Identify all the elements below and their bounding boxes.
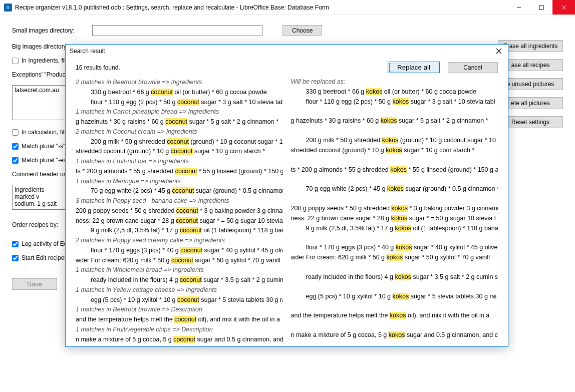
result-line: flour * 110 g egg (2 pcs) * 50 g coconut… (76, 98, 283, 107)
result-line: 200 g milk * 50 g shredded coconut (grou… (76, 137, 283, 147)
result-line: ready included in the flours) 4 g coconu… (76, 275, 283, 285)
result-line: flour * 110 g egg (2 pcs) * 50 g kokos s… (291, 97, 498, 107)
original-column: 2 matches in Beetroot brownie => Ingredi… (76, 77, 283, 344)
result-line: flour * 170 g eggs (3 pcs) * 40 g coconu… (76, 246, 283, 255)
dialog-toolbar: 16 results found. Replace all Cancel (66, 58, 508, 73)
match-plural-s-checkbox[interactable] (12, 143, 19, 150)
replace-header: Will be replaced as: (291, 77, 498, 87)
replacement-column: Will be replaced as:330 g beetroot * 66 … (291, 77, 498, 344)
section-header: 1 matches in Wholemeal bread => Ingredie… (76, 265, 283, 275)
result-line: egg (5 pcs) * 10 g xylitol * 10 g coconu… (76, 295, 283, 305)
result-line: ts * 200 g almonds * 55 g shredded cocon… (76, 167, 283, 176)
result-line: egg (5 pcs) * 10 g xylitol * 10 g kokos … (291, 292, 498, 301)
highlighted-word: coconut (171, 148, 193, 155)
section-header: 3 matches in Poppy seed - banana cake =>… (76, 196, 283, 206)
highlighted-word: kokos (395, 273, 411, 280)
highlighted-word: kokos (386, 147, 402, 154)
exceptions-textarea[interactable]: fatsecret.com.au (12, 85, 67, 120)
dialog-title: Search result (70, 48, 494, 55)
highlighted-word: kokos (391, 215, 408, 222)
highlighted-word: coconut (167, 138, 189, 145)
result-line: and the temperature helps melt the kokos… (291, 311, 498, 320)
section-header: 2 matches in Poppy seed creamy cake => I… (76, 236, 283, 245)
result-line: n make a mixture of 5 g cocoa, 5 g kokos… (291, 330, 498, 340)
highlighted-word: coconut (175, 168, 197, 175)
highlighted-word: kokos (381, 117, 397, 124)
highlighted-word: coconut (177, 296, 199, 303)
result-line: shredded coconut (ground) * 10 g coconut… (76, 147, 283, 156)
comment-header-textarea[interactable]: Ingredients marked v sodium. 1 g salt co… (12, 185, 67, 210)
save-button[interactable]: Save (12, 278, 57, 290)
highlighted-word: kokos (390, 166, 407, 173)
match-plural-es-label: Match plural "-es" (22, 157, 69, 164)
choose-button[interactable]: Choose (282, 25, 322, 36)
search-result-dialog: Search result 16 results found. Replace … (65, 44, 508, 347)
section-header: 1 matches in Yellow cottage cheese => In… (76, 285, 283, 295)
svg-rect-1 (539, 6, 543, 10)
close-button[interactable] (552, 0, 575, 15)
section-header: 1 matches in Beetroot brownie => Descrip… (76, 305, 283, 314)
result-line: 70 g egg white (2 pcs) * 45 g coconut su… (76, 186, 283, 196)
highlighted-word: coconut (180, 227, 202, 234)
highlighted-word: kokos (382, 137, 399, 144)
highlighted-word: coconut (174, 316, 196, 323)
result-line: flour * 170 g eggs (3 pcs) * 40 g kokos … (291, 243, 498, 252)
start-edit-checkbox[interactable] (12, 255, 19, 261)
in-calculation-label: In calculation, fib (22, 129, 66, 136)
log-activity-checkbox[interactable] (12, 241, 19, 247)
small-images-label: Small images directory: (12, 27, 87, 34)
replace-all-button[interactable]: Replace all (388, 62, 440, 73)
start-edit-label: Start Edit recipes (22, 254, 67, 261)
in-calculation-checkbox[interactable] (12, 129, 19, 136)
highlighted-word: coconut (177, 99, 199, 106)
highlighted-word: coconut (172, 187, 194, 194)
highlighted-word: kokos (387, 185, 404, 192)
result-line: n make a mixture of 5 g cocoa, 5 g cocon… (76, 335, 283, 344)
highlighted-word: kokos (396, 244, 412, 251)
result-line: g hazelnuts * 30 g raisins * 60 g kokos … (291, 116, 498, 126)
result-line: 330 g beetroot * 66 g coconut oil (or bu… (76, 88, 283, 97)
result-line: ts * 200 g almonds * 55 g shredded kokos… (291, 165, 498, 175)
cancel-button[interactable]: Cancel (448, 62, 498, 73)
highlighted-word: kokos (393, 98, 409, 105)
window-title: Recipe organizer v18.1.0 published.odb :… (15, 4, 507, 11)
result-line: 200 g poppy seeds * 50 g shredded coconu… (76, 206, 283, 216)
in-ingredients-label: In Ingredients, fib (22, 57, 68, 64)
result-line: ready included in the flours) 4 g kokos … (291, 272, 498, 282)
result-line: 200 g poppy seeds * 50 g shredded kokos … (291, 204, 498, 213)
highlighted-word: kokos (391, 205, 408, 212)
dialog-close-button[interactable] (494, 46, 504, 56)
result-line: 9 g milk (2,5 dl, 3.5% fat) * 17 g cocon… (76, 226, 283, 235)
in-ingredients-checkbox[interactable] (12, 58, 19, 64)
result-line: ness: 22 g brown cane sugar * 28 g kokos… (291, 214, 498, 223)
highlighted-word: kokos (389, 331, 405, 338)
result-line: 9 g milk (2,5 dl, 3.5% fat) * 17 g kokos… (291, 224, 498, 233)
log-activity-label: Log activity of Ed (22, 240, 67, 247)
result-line: 200 g milk * 50 g shredded kokos (ground… (291, 136, 498, 145)
highlighted-word: coconut (180, 276, 202, 283)
highlighted-word: coconut (180, 247, 202, 254)
result-line: wder For cream: 620 g milk * 50 g coconu… (76, 256, 283, 265)
match-plural-es-checkbox[interactable] (12, 157, 19, 164)
titlebar: ≡ Recipe organizer v18.1.0 published.odb… (0, 0, 575, 15)
result-line: wder For cream: 620 g milk * 50 g kokos … (291, 253, 498, 262)
highlighted-word: coconut (176, 217, 198, 224)
dialog-body: 2 matches in Beetroot brownie => Ingredi… (66, 73, 508, 346)
highlighted-word: kokos (387, 254, 403, 261)
section-header: 1 matches in Carrot-pineapple bread => I… (76, 107, 283, 117)
highlighted-word: kokos (393, 293, 409, 300)
minimize-button[interactable] (507, 0, 530, 15)
result-line: g hazelnuts * 30 g raisins * 60 g coconu… (76, 117, 283, 127)
window-buttons (507, 0, 575, 15)
app-icon: ≡ (4, 4, 12, 12)
highlighted-word: coconut (176, 207, 198, 214)
result-line: and the temperature helps melt the cocon… (76, 315, 283, 324)
result-line: 70 g egg white (2 pcs) * 45 g kokos suga… (291, 184, 498, 194)
small-images-input[interactable] (92, 25, 262, 36)
section-header: 1 matches in Meringue => Ingredients (76, 177, 283, 186)
highlighted-word: coconut (165, 118, 187, 125)
result-line: 330 g beetroot * 66 g kokos oil (or butt… (291, 87, 498, 97)
highlighted-word: coconut (173, 336, 195, 343)
results-count: 16 results found. (76, 64, 380, 71)
maximize-button[interactable] (530, 0, 552, 15)
